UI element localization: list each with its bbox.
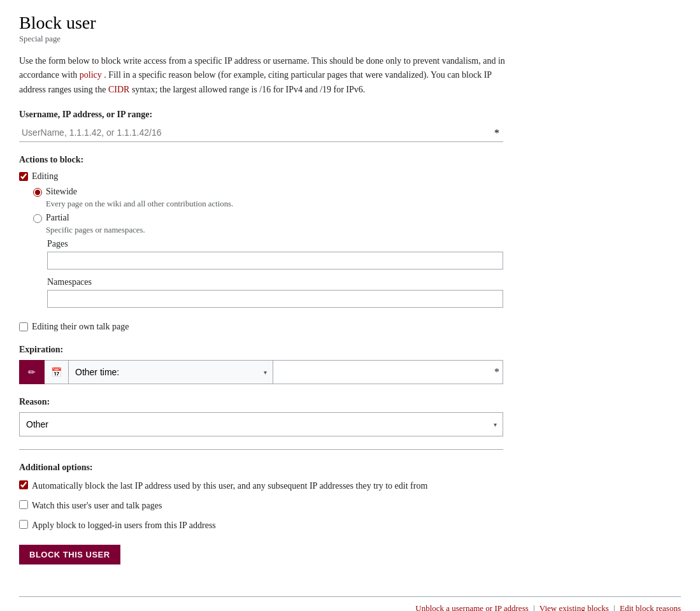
view-blocks-link[interactable]: View existing blocks [539, 603, 609, 611]
sitewide-radio[interactable] [33, 188, 42, 197]
edit-reasons-link[interactable]: Edit block reasons [620, 603, 681, 611]
namespaces-label: Namespaces [47, 277, 503, 287]
option3-checkbox[interactable] [19, 520, 28, 529]
expiration-calendar-button[interactable]: 📅 [45, 360, 69, 384]
expiration-select[interactable]: Other time: 1 hour 2 hours 1 day 3 days … [69, 360, 273, 384]
sitewide-row: Sitewide [33, 187, 503, 197]
page-description: Use the form below to block write access… [19, 54, 516, 97]
expiration-required-star: * [494, 366, 499, 378]
option2-label[interactable]: Watch this user's user and talk pages [32, 499, 162, 512]
partial-label[interactable]: Partial [46, 213, 69, 223]
partial-inputs: Pages Namespaces [47, 239, 503, 315]
additional-options-label: Additional options: [19, 463, 503, 473]
namespaces-input[interactable] [47, 290, 503, 308]
separator2: | [613, 603, 617, 611]
sitewide-description: Every page on the wiki and all other con… [46, 199, 503, 209]
option3-label[interactable]: Apply block to logged-in users from this… [32, 519, 216, 532]
block-user-button[interactable]: BLOCK THIS USER [19, 545, 120, 564]
username-input[interactable] [19, 124, 503, 142]
expiration-row: ✏ 📅 Other time: 1 hour 2 hours 1 day 3 d… [19, 360, 503, 384]
cidr-link[interactable]: CIDR [108, 85, 129, 94]
editing-checkbox[interactable] [19, 172, 28, 181]
expiration-pencil-button[interactable]: ✏ [19, 360, 45, 384]
expiration-label: Expiration: [19, 345, 503, 355]
page-subtitle: Special page [19, 34, 681, 44]
partial-radio[interactable] [33, 214, 42, 223]
partial-row: Partial [33, 213, 503, 223]
option1-checkbox[interactable] [19, 480, 28, 489]
talk-page-label[interactable]: Editing their own talk page [32, 322, 129, 332]
reason-select[interactable]: Other Vandalism Spam Harassment Disrupti… [19, 412, 503, 436]
policy-link[interactable]: policy [80, 70, 102, 80]
pages-label: Pages [47, 239, 503, 249]
option1-row: Automatically block the last IP address … [19, 479, 503, 492]
sitewide-label[interactable]: Sitewide [46, 187, 77, 197]
block-form: Username, IP address, or IP range: * Act… [19, 110, 503, 584]
separator1: | [533, 603, 537, 611]
sitewide-partial-group: Sitewide Every page on the wiki and all … [33, 187, 503, 315]
expiration-text-input[interactable] [273, 360, 504, 384]
editing-label[interactable]: Editing [32, 171, 58, 182]
talk-page-row: Editing their own talk page [19, 322, 503, 332]
option3-row: Apply block to logged-in users from this… [19, 519, 503, 532]
reason-label: Reason: [19, 397, 503, 407]
pages-input[interactable] [47, 252, 503, 270]
description-text3: syntax; the largest allowed range is /16… [132, 85, 365, 94]
option2-checkbox[interactable] [19, 500, 28, 509]
talk-page-checkbox[interactable] [19, 322, 28, 331]
actions-label: Actions to block: [19, 155, 503, 165]
pencil-icon: ✏ [28, 367, 36, 377]
section-divider [19, 449, 503, 450]
editing-checkbox-row: Editing [19, 171, 503, 182]
page-title: Block user [19, 13, 681, 33]
footer-links: Unblock a username or IP address | View … [19, 596, 681, 611]
option1-label[interactable]: Automatically block the last IP address … [32, 479, 427, 492]
calendar-icon: 📅 [51, 367, 62, 377]
expiration-select-wrap: Other time: 1 hour 2 hours 1 day 3 days … [69, 360, 273, 384]
username-required-star: * [494, 127, 499, 139]
unblock-link[interactable]: Unblock a username or IP address [415, 603, 529, 611]
username-field-wrap: * [19, 124, 503, 142]
username-label: Username, IP address, or IP range: [19, 110, 503, 120]
partial-description: Specific pages or namespaces. [46, 226, 503, 235]
option2-row: Watch this user's user and talk pages [19, 499, 503, 512]
reason-select-wrap: Other Vandalism Spam Harassment Disrupti… [19, 412, 503, 436]
